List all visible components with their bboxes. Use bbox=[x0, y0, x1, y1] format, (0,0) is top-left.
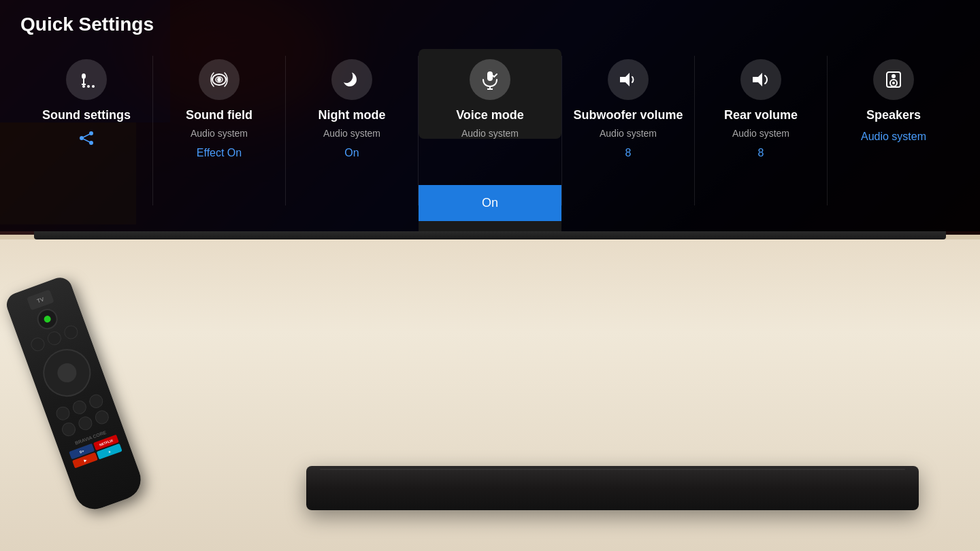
settings-row: Sound settings bbox=[20, 49, 960, 212]
remote-btn-1[interactable] bbox=[29, 335, 47, 353]
power-button[interactable] bbox=[34, 306, 60, 332]
subwoofer-volume-icon bbox=[608, 59, 649, 100]
svg-point-20 bbox=[892, 82, 895, 84]
power-indicator bbox=[43, 315, 52, 324]
setting-rear-volume[interactable]: Rear volume Audio system 8 bbox=[695, 49, 827, 169]
sound-field-label: Sound field bbox=[186, 108, 252, 122]
svg-point-11 bbox=[217, 78, 221, 82]
tv-button[interactable]: TV bbox=[27, 289, 54, 310]
soundbar-container bbox=[306, 466, 919, 510]
remote-btn-2[interactable] bbox=[46, 329, 63, 347]
rear-volume-value: 8 bbox=[758, 147, 764, 159]
dropdown-option-on[interactable]: On bbox=[419, 185, 561, 221]
setting-speakers[interactable]: Speakers Audio system bbox=[828, 49, 960, 153]
speakers-icon bbox=[873, 59, 914, 100]
night-mode-icon bbox=[331, 59, 372, 100]
voice-mode-subtitle: Audio system bbox=[461, 128, 519, 139]
remote-btn-4[interactable] bbox=[54, 405, 72, 422]
subwoofer-volume-subtitle: Audio system bbox=[600, 128, 657, 139]
remote-btn-row-1 bbox=[29, 324, 80, 353]
soundbar bbox=[306, 466, 919, 510]
svg-marker-15 bbox=[620, 73, 630, 86]
speakers-label: Speakers bbox=[866, 108, 921, 122]
remote-btn-5[interactable] bbox=[71, 399, 88, 416]
remote-btn-8[interactable] bbox=[77, 414, 95, 432]
tv-bezel bbox=[34, 231, 946, 239]
sound-settings-label: Sound settings bbox=[42, 108, 131, 122]
remote-btn-7[interactable] bbox=[60, 420, 78, 438]
night-mode-subtitle: Audio system bbox=[323, 128, 380, 139]
setting-sound-field[interactable]: Sound field Audio system Effect On bbox=[153, 49, 285, 169]
dpad-center[interactable] bbox=[54, 361, 79, 385]
night-mode-label: Night mode bbox=[318, 108, 386, 122]
sound-field-value: Effect On bbox=[197, 147, 242, 159]
remote-btn-6[interactable] bbox=[87, 393, 105, 410]
rear-volume-icon bbox=[740, 59, 781, 100]
subwoofer-volume-value: 8 bbox=[625, 147, 632, 159]
setting-night-mode[interactable]: Night mode Audio system On bbox=[286, 49, 418, 169]
night-mode-value: On bbox=[344, 147, 359, 159]
sound-field-icon bbox=[199, 59, 240, 100]
setting-sound-settings[interactable]: Sound settings bbox=[20, 49, 152, 159]
svg-point-0 bbox=[82, 73, 86, 79]
quick-settings-panel: Quick Settings Sound settings bbox=[0, 0, 980, 231]
setting-voice-mode[interactable]: Voice mode Audio system On Off bbox=[419, 49, 561, 139]
svg-rect-12 bbox=[487, 71, 493, 81]
svg-point-5 bbox=[92, 85, 95, 88]
voice-mode-label: Voice mode bbox=[456, 108, 524, 122]
dpad[interactable] bbox=[37, 342, 98, 403]
voice-mode-dropdown: On Off bbox=[419, 185, 561, 235]
streaming-buttons: D+ NETFLIX ▶ a bbox=[67, 434, 124, 469]
speakers-value: Audio system bbox=[861, 131, 926, 143]
svg-line-10 bbox=[82, 138, 91, 143]
tv-screen: Quick Settings Sound settings bbox=[0, 0, 980, 235]
subwoofer-volume-label: Subwoofer volume bbox=[573, 108, 683, 122]
svg-marker-16 bbox=[753, 73, 762, 86]
remote-btn-9[interactable] bbox=[93, 409, 111, 427]
svg-point-4 bbox=[87, 85, 90, 88]
sound-settings-icon bbox=[66, 59, 107, 100]
svg-line-9 bbox=[82, 133, 91, 138]
svg-point-3 bbox=[82, 85, 85, 88]
remote-btn-3[interactable] bbox=[63, 324, 80, 341]
panel-title: Quick Settings bbox=[20, 14, 960, 35]
voice-mode-icon bbox=[470, 59, 510, 100]
rear-volume-subtitle: Audio system bbox=[732, 128, 789, 139]
share-icon bbox=[79, 131, 94, 149]
svg-point-18 bbox=[892, 74, 896, 78]
rear-volume-label: Rear volume bbox=[724, 108, 798, 122]
setting-subwoofer-volume[interactable]: Subwoofer volume Audio system 8 bbox=[562, 49, 694, 169]
sound-field-subtitle: Audio system bbox=[191, 128, 248, 139]
